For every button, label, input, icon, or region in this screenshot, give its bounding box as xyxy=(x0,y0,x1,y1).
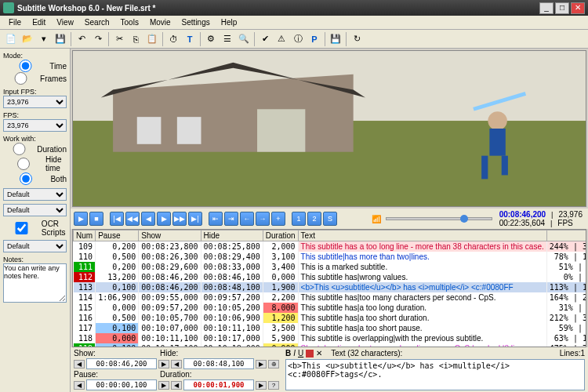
hide-dec[interactable]: ◀ xyxy=(171,360,182,368)
notes-textarea[interactable]: You can write any notes here. xyxy=(3,263,67,303)
inputfps-select[interactable]: 23,976 xyxy=(3,96,67,108)
menu-movie[interactable]: Movie xyxy=(144,16,176,28)
menu-edit[interactable]: Edit xyxy=(27,16,51,28)
save2-icon[interactable]: 💾 xyxy=(328,31,343,47)
col-num[interactable]: Num xyxy=(74,230,96,241)
video-preview[interactable] xyxy=(72,50,586,207)
table-row[interactable]: 1090,20000:08:23,80000:08:25,8002,000Thi… xyxy=(74,241,587,252)
table-row[interactable]: 1110,20000:08:29,60000:08:33,0003,400Thi… xyxy=(74,262,587,272)
clear-icon[interactable]: ✕ xyxy=(316,349,322,358)
next-icon[interactable]: ▶| xyxy=(188,212,202,226)
menu-search[interactable]: Search xyxy=(79,16,115,28)
table-row[interactable]: 1170,10000:10:07,00000:10:11,1003,500Thi… xyxy=(74,323,587,333)
undo-icon[interactable]: ↶ xyxy=(74,31,89,47)
ff-icon[interactable]: ▶▶ xyxy=(172,212,187,226)
table-row[interactable]: 1100,50000:08:26,30000:08:29,4003,100Thi… xyxy=(74,252,587,262)
ocr-checkbox[interactable] xyxy=(3,222,40,234)
add-sub-icon[interactable]: + xyxy=(271,212,285,226)
dur-inc[interactable]: ▶ xyxy=(256,381,267,390)
fps-select[interactable]: 23,976 xyxy=(3,119,67,132)
dur-dec[interactable]: ◀ xyxy=(171,381,182,390)
minimize-button[interactable]: _ xyxy=(539,2,554,14)
col-pause[interactable]: Pause xyxy=(96,230,139,241)
lang-select[interactable]: Default xyxy=(3,204,67,216)
save-icon[interactable]: 💾 xyxy=(53,31,68,47)
hide-input[interactable] xyxy=(183,358,254,369)
pascal-icon[interactable]: P xyxy=(307,31,322,47)
btn1-icon[interactable]: 1 xyxy=(292,212,306,226)
snap2-icon[interactable]: ? xyxy=(268,381,279,390)
maximize-button[interactable]: □ xyxy=(555,2,569,14)
mark-in-icon[interactable]: ⇤ xyxy=(209,212,223,226)
snap-icon[interactable]: ⊕ xyxy=(268,360,279,368)
prev-icon[interactable]: |◀ xyxy=(110,212,124,226)
mark-out-icon[interactable]: ⇥ xyxy=(224,212,238,226)
table-row[interactable]: 1141:06,90000:09:55,00000:09:57,2002,200… xyxy=(74,292,587,303)
dropdown-icon[interactable]: ▾ xyxy=(36,31,52,47)
ocr-select[interactable]: Default xyxy=(3,240,67,252)
col-dur[interactable]: Duration xyxy=(263,230,298,241)
play-icon[interactable]: ▶ xyxy=(74,212,88,226)
subtitle-grid[interactable]: Num Pause Show Hide Duration Text 1090,2… xyxy=(72,229,586,347)
close-button[interactable]: ✕ xyxy=(571,2,585,14)
show-inc[interactable]: ▶ xyxy=(158,360,169,368)
new-icon[interactable]: 📄 xyxy=(3,31,19,47)
btn2-icon[interactable]: 2 xyxy=(307,212,321,226)
show-dec[interactable]: ◀ xyxy=(74,360,85,368)
sync-in-icon[interactable]: ← xyxy=(240,212,254,226)
time-icon[interactable]: ⏱ xyxy=(165,31,181,47)
text-icon[interactable]: T xyxy=(182,31,198,47)
stop-icon[interactable]: ■ xyxy=(89,212,103,226)
settings-icon[interactable]: ⚙ xyxy=(203,31,219,47)
italic-icon[interactable]: I xyxy=(293,349,296,358)
work-hide-radio[interactable] xyxy=(3,158,44,170)
table-row[interactable]: 1180,00000:10:11,10000:10:17,0005,900Thi… xyxy=(74,333,587,343)
menu-file[interactable]: File xyxy=(3,16,27,28)
col-text[interactable]: Text xyxy=(298,230,546,241)
menu-settings[interactable]: Settings xyxy=(176,16,216,28)
volume-icon[interactable]: 📶 xyxy=(372,215,381,223)
mode-frames-radio[interactable] xyxy=(3,72,38,85)
pause-inc[interactable]: ▶ xyxy=(158,381,169,390)
hide-inc[interactable]: ▶ xyxy=(256,360,267,368)
fwd-icon[interactable]: ▶ xyxy=(157,212,171,226)
col-hide[interactable]: Hide xyxy=(201,230,263,241)
pause-input[interactable] xyxy=(86,379,157,390)
spell-icon[interactable]: ✔ xyxy=(257,31,273,47)
btn3-icon[interactable]: S xyxy=(323,212,337,226)
subtitle-editor[interactable]: <b>This <u>subtitle</u></b> has <i>multi… xyxy=(285,359,585,390)
bold-icon[interactable]: B xyxy=(285,349,291,358)
list-icon[interactable]: ☰ xyxy=(220,31,235,47)
dur-input[interactable] xyxy=(183,379,254,390)
search-icon[interactable]: 🔍 xyxy=(236,31,252,47)
table-row[interactable]: 1130,10000:08:46,20000:08:48,1001,900<b>… xyxy=(74,282,587,292)
col-stats[interactable] xyxy=(546,230,586,241)
menu-tools[interactable]: Tools xyxy=(115,16,144,28)
work-both-radio[interactable] xyxy=(3,172,49,185)
seek-slider[interactable] xyxy=(386,217,492,220)
refresh-icon[interactable]: ↻ xyxy=(349,31,365,47)
work-duration-radio[interactable] xyxy=(3,143,35,155)
show-input[interactable] xyxy=(86,358,157,369)
underline-icon[interactable]: U xyxy=(298,349,303,358)
rew-icon[interactable]: ◀◀ xyxy=(125,212,140,226)
cut-icon[interactable]: ✂ xyxy=(111,31,127,47)
copy-icon[interactable]: ⎘ xyxy=(128,31,143,47)
sync-out-icon[interactable]: → xyxy=(256,212,270,226)
table-row[interactable]: 11213,20000:08:46,20000:08:46,1000,000Th… xyxy=(74,272,587,282)
redo-icon[interactable]: ↷ xyxy=(90,31,106,47)
pause-dec[interactable]: ◀ xyxy=(74,381,85,390)
menu-view[interactable]: View xyxy=(51,16,79,28)
info-icon[interactable]: ⓘ xyxy=(290,31,306,47)
col-show[interactable]: Show xyxy=(139,230,201,241)
back-icon[interactable]: ◀ xyxy=(141,212,155,226)
charset-select[interactable]: Default xyxy=(3,188,67,201)
color-icon[interactable] xyxy=(306,350,314,358)
warning-icon[interactable]: ⚠ xyxy=(274,31,289,47)
table-row[interactable]: 1160,50000:10:05,70000:10:06,9001,200Thi… xyxy=(74,313,587,323)
paste-icon[interactable]: 📋 xyxy=(144,31,160,47)
mode-time-radio[interactable] xyxy=(3,60,48,72)
open-icon[interactable]: 📂 xyxy=(20,31,35,47)
table-row[interactable]: 1150,00000:09:57,20000:10:05,2008,000Thi… xyxy=(74,303,587,313)
menu-help[interactable]: Help xyxy=(216,16,243,28)
